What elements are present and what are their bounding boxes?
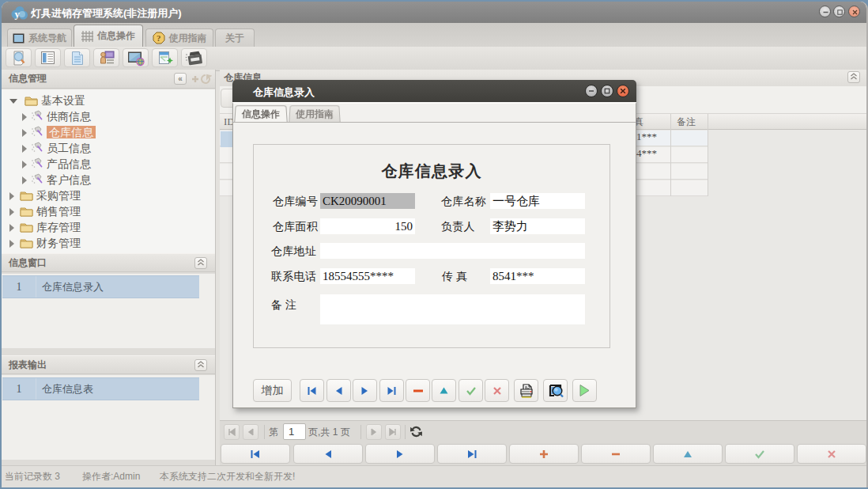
- svg-text:y: y: [15, 8, 21, 20]
- svg-text:?: ?: [157, 33, 161, 43]
